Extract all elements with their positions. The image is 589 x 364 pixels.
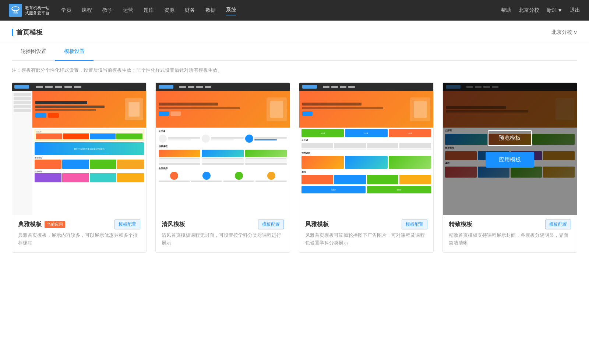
template-overlay-jingzhi: 预览模板 应用模板 bbox=[443, 83, 577, 215]
nav-right: 帮助 北京分校 lijt01▼ 退出 bbox=[501, 7, 580, 14]
template-preview-jingzhi[interactable]: 公开课 推荐课程 课程 bbox=[443, 83, 577, 215]
template-preview-diannya[interactable]: 优惠券 30天 让你摆脱平庸 知识使你更有魅力 bbox=[12, 83, 146, 215]
main-nav: 云朵 教育机构一站 式服务云平台 学员 课程 教学 运营 题库 资源 财务 数据… bbox=[0, 0, 589, 21]
nav-item-students[interactable]: 学员 bbox=[61, 6, 71, 15]
card-footer-fengya: 风雅模板 模板配置 风雅首页模板可添加轮播图下广告图片，可对课程及课程包设置学科… bbox=[299, 215, 433, 252]
nav-item-system[interactable]: 系统 bbox=[226, 5, 236, 15]
card-title-row-qingfeng: 清风模板 模板配置 bbox=[162, 220, 284, 229]
config-btn-diannya[interactable]: 模板配置 bbox=[114, 220, 140, 229]
current-badge-diannya: 当前应用 bbox=[45, 221, 65, 228]
apply-btn-jingzhi[interactable]: 应用模板 bbox=[486, 152, 534, 168]
card-name-diannya: 典雅模板 bbox=[18, 221, 42, 228]
tab-carousel[interactable]: 轮播图设置 bbox=[12, 43, 55, 61]
card-footer-qingfeng: 清风模板 模板配置 清风首页模板课程无封面，可设置按学科分类对课程进行展示 bbox=[156, 215, 290, 252]
template-card-qingfeng: 公开课 bbox=[155, 82, 290, 253]
mock-preview-diannya: 优惠券 30天 让你摆脱平庸 知识使你更有魅力 bbox=[12, 83, 146, 215]
card-title-row-fengya: 风雅模板 模板配置 bbox=[305, 220, 427, 229]
template-preview-fengya[interactable]: 精品课 VIP课 公开课 公开课 bbox=[299, 83, 433, 215]
user-menu[interactable]: lijt01▼ bbox=[547, 7, 562, 13]
page-content: 首页模板 北京分校 ∨ 轮播图设置 模板设置 注：模板有部分个性化样式设置，设置… bbox=[0, 21, 589, 364]
template-card-diannya: 优惠券 30天 让你摆脱平庸 知识使你更有魅力 bbox=[12, 82, 147, 253]
nav-item-teaching[interactable]: 教学 bbox=[102, 6, 113, 15]
template-preview-qingfeng[interactable]: 公开课 bbox=[156, 83, 290, 215]
card-name-fengya: 风雅模板 bbox=[305, 221, 329, 228]
branch-selector[interactable]: 北京分校 ∨ bbox=[551, 29, 577, 42]
branch-arrow-icon: ∨ bbox=[574, 29, 577, 35]
logo-text: 教育机构一站 式服务云平台 bbox=[25, 5, 49, 16]
branch-name: 北京分校 bbox=[551, 29, 572, 36]
template-card-fengya: 精品课 VIP课 公开课 公开课 bbox=[299, 82, 434, 253]
tabs: 轮播图设置 模板设置 bbox=[12, 43, 577, 61]
card-name-qingfeng: 清风模板 bbox=[162, 221, 185, 228]
nav-item-data[interactable]: 数据 bbox=[205, 6, 216, 15]
page-title-wrap: 首页模板 bbox=[12, 28, 43, 43]
logo[interactable]: 云朵 教育机构一站 式服务云平台 bbox=[9, 4, 49, 17]
notice-bar: 注：模板有部分个性化样式设置，设置后仅当前模板生效；非个性化样式设置后针对所有模… bbox=[0, 61, 589, 76]
card-desc-qingfeng: 清风首页模板课程无封面，可设置按学科分类对课程进行展示 bbox=[162, 232, 284, 247]
nav-item-operations[interactable]: 运营 bbox=[123, 6, 133, 15]
card-name-jingzhi: 精致模板 bbox=[449, 221, 472, 228]
card-desc-diannya: 典雅首页模板，展示内容较多，可以展示优惠券和多个推荐课程 bbox=[18, 232, 140, 247]
tabs-container: 轮播图设置 模板设置 bbox=[0, 43, 589, 61]
template-card-jingzhi: 公开课 推荐课程 课程 bbox=[442, 82, 577, 253]
branch-link[interactable]: 北京分校 bbox=[519, 7, 539, 14]
notice-text: 注：模板有部分个性化样式设置，设置后仅当前模板生效；非个性化样式设置后针对所有模… bbox=[12, 67, 222, 73]
nav-menu: 学员 课程 教学 运营 题库 资源 财务 数据 系统 bbox=[61, 5, 236, 15]
help-link[interactable]: 帮助 bbox=[501, 7, 511, 14]
card-title-row-diannya: 典雅模板 当前应用 模板配置 bbox=[18, 220, 140, 229]
config-btn-qingfeng[interactable]: 模板配置 bbox=[258, 220, 284, 229]
template-grid: 优惠券 30天 让你摆脱平庸 知识使你更有魅力 bbox=[0, 76, 589, 267]
nav-item-questions[interactable]: 题库 bbox=[144, 6, 154, 15]
mock-preview-qingfeng: 公开课 bbox=[156, 83, 290, 215]
svg-point-0 bbox=[12, 7, 19, 11]
page-header: 首页模板 北京分校 ∨ bbox=[0, 21, 589, 43]
config-btn-fengya[interactable]: 模板配置 bbox=[402, 220, 427, 229]
mock-preview-fengya: 精品课 VIP课 公开课 公开课 bbox=[299, 83, 433, 215]
tab-template[interactable]: 模板设置 bbox=[55, 43, 94, 61]
logo-icon: 云朵 bbox=[9, 4, 22, 17]
config-btn-jingzhi[interactable]: 模板配置 bbox=[545, 220, 571, 229]
svg-text:云朵: 云朵 bbox=[13, 11, 18, 14]
nav-left: 云朵 教育机构一站 式服务云平台 学员 课程 教学 运营 题库 资源 财务 数据… bbox=[9, 4, 236, 17]
page-title-bar bbox=[12, 29, 13, 36]
card-desc-fengya: 风雅首页模板可添加轮播图下广告图片，可对课程及课程包设置学科分类展示 bbox=[305, 232, 427, 247]
preview-btn-jingzhi[interactable]: 预览模板 bbox=[488, 130, 532, 146]
logout-link[interactable]: 退出 bbox=[570, 7, 580, 14]
page-title: 首页模板 bbox=[16, 28, 43, 37]
card-footer-diannya: 典雅模板 当前应用 模板配置 典雅首页模板，展示内容较多，可以展示优惠券和多个推… bbox=[12, 215, 146, 252]
nav-item-resources[interactable]: 资源 bbox=[164, 6, 174, 15]
card-desc-jingzhi: 精致首页模板支持课程展示封面，各模板分隔明显，界面简洁清晰 bbox=[449, 232, 571, 247]
nav-item-finance[interactable]: 财务 bbox=[185, 6, 195, 15]
card-title-row-jingzhi: 精致模板 模板配置 bbox=[449, 220, 571, 229]
card-footer-jingzhi: 精致模板 模板配置 精致首页模板支持课程展示封面，各模板分隔明显，界面简洁清晰 bbox=[443, 215, 577, 252]
nav-item-courses[interactable]: 课程 bbox=[82, 6, 92, 15]
